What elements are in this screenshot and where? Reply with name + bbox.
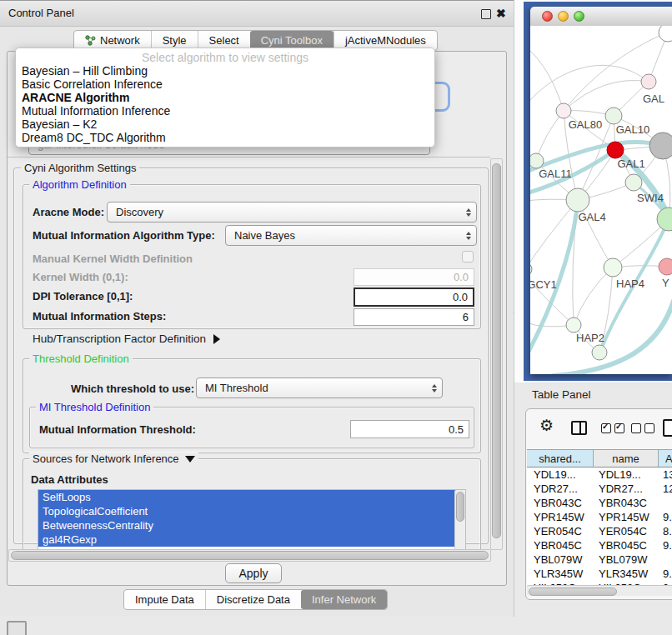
select-all-columns-icon[interactable] xyxy=(601,423,624,433)
mi-steps-label: Mutual Information Steps: xyxy=(33,310,166,322)
table-row[interactable]: YBR045CYBR045C9. xyxy=(527,538,672,552)
tab-cyni-toolbox-label: Cyni Toolbox xyxy=(261,34,323,47)
which-threshold-combobox[interactable]: MI Threshold xyxy=(196,378,443,398)
settings-vertical-scrollbar[interactable] xyxy=(490,158,503,550)
minimize-traffic-light-icon[interactable] xyxy=(558,11,569,22)
control-panel-title: Control Panel xyxy=(0,1,514,25)
dropdown-item[interactable]: Mutual Information Inference xyxy=(16,104,434,118)
network-window: GAL80 GAL10 GAL1 GAL11 SWI4 GAL4 GCY1 HA… xyxy=(530,7,672,374)
table-panel: ⚙ shared... name A YDL19...YDL19...13 YD… xyxy=(525,408,672,600)
data-attributes-list[interactable]: SelfLoops TopologicalCoefficient Between… xyxy=(38,489,466,549)
list-scrollbar[interactable] xyxy=(454,490,465,549)
mi-threshold-label: Mutual Information Threshold: xyxy=(39,423,196,436)
column-header-partial[interactable]: A xyxy=(659,449,672,468)
node-gal1-selected[interactable] xyxy=(607,142,624,158)
node-label: GAL10 xyxy=(616,123,649,136)
column-header-label: A xyxy=(665,452,672,465)
tab-impute-data[interactable]: Impute Data xyxy=(124,590,205,609)
mi-steps-value: 6 xyxy=(463,311,469,323)
dropdown-item[interactable]: Bayesian – K2 xyxy=(16,118,434,131)
network-canvas[interactable]: GAL80 GAL10 GAL1 GAL11 SWI4 GAL4 GCY1 HA… xyxy=(530,26,672,374)
node-green-right[interactable] xyxy=(657,208,672,231)
node-label: HAP4 xyxy=(616,278,644,290)
node-bottom[interactable] xyxy=(592,345,607,360)
control-panel-titlebar[interactable]: Control Panel ✖ xyxy=(0,0,514,27)
node-gal-partial[interactable] xyxy=(641,74,656,89)
list-item[interactable]: BetweennessCentrality xyxy=(38,518,458,532)
minimized-panel-icon[interactable] xyxy=(7,621,27,635)
dpi-tolerance-value: 0.0 xyxy=(453,291,468,303)
tab-discretize-data-label: Discretize Data xyxy=(217,593,290,606)
column-layout-icon[interactable] xyxy=(571,421,587,435)
apply-button[interactable]: Apply xyxy=(225,563,282,583)
close-icon[interactable]: ✖ xyxy=(496,8,506,18)
mi-threshold-field[interactable]: 0.5 xyxy=(350,420,469,438)
mi-algorithm-type-combobox[interactable]: Naive Bayes xyxy=(225,225,477,246)
node-gal4[interactable] xyxy=(566,188,589,212)
table-body[interactable]: YDL19...YDL19...13 YDR27...YDR27...12 YB… xyxy=(527,468,672,585)
network-icon xyxy=(85,35,96,46)
node-gal80[interactable] xyxy=(556,103,571,118)
node-hap2[interactable] xyxy=(566,318,581,332)
node-gray-hub[interactable] xyxy=(649,132,672,159)
settings-horizontal-scrollbar[interactable] xyxy=(8,549,491,562)
algorithm-dropdown-popup: Select algorithm to view settings Bayesi… xyxy=(15,48,435,148)
kernel-width-field[interactable]: 0.0 xyxy=(354,268,474,286)
dropdown-item[interactable]: Dream8 DC_TDC Algorithm xyxy=(16,131,434,144)
cell-name: YDL19... xyxy=(599,468,659,482)
mi-steps-field[interactable]: 6 xyxy=(354,308,474,326)
table-row[interactable]: YER054CYER054C8. xyxy=(527,524,672,538)
tab-infer-network[interactable]: Infer Network xyxy=(301,590,387,609)
cell-shared-name: YDL19... xyxy=(534,468,594,482)
tab-jactivemnodules-label: jActiveMNodules xyxy=(345,34,426,47)
table-horizontal-scrollbar[interactable] xyxy=(527,585,672,596)
cell-name: YLR345W xyxy=(599,567,659,581)
dropdown-item[interactable]: Bayesian – Hill Climbing xyxy=(16,64,434,78)
node-pink-right[interactable] xyxy=(659,258,672,275)
dropdown-item-highlighted[interactable]: ARACNE Algorithm xyxy=(16,91,434,104)
node-gal11[interactable] xyxy=(530,153,544,168)
cell-value: 13 xyxy=(663,468,672,482)
aracne-mode-combobox[interactable]: Discovery xyxy=(107,202,477,222)
manual-kernel-width-checkbox[interactable] xyxy=(462,251,474,262)
zoom-traffic-light-icon[interactable] xyxy=(574,11,584,22)
aracne-mode-label: Aracne Mode: xyxy=(33,206,104,218)
mi-threshold-definition-title: MI Threshold Definition xyxy=(36,401,153,413)
apply-button-label: Apply xyxy=(238,567,268,580)
table-row[interactable]: YPR145WYPR145W9. xyxy=(527,510,672,524)
cell-shared-name: YPR145W xyxy=(534,510,594,524)
node-gal10[interactable] xyxy=(605,108,622,124)
table-panel-title: Table Panel xyxy=(532,388,591,401)
tab-style-label: Style xyxy=(163,34,187,47)
dropdown-item[interactable]: Basic Correlation Inference xyxy=(16,78,434,91)
expander-arrow-icon xyxy=(213,334,220,344)
node-swi4[interactable] xyxy=(625,174,642,191)
table-row[interactable]: YBL079WYBL079W xyxy=(527,552,672,567)
network-window-titlebar[interactable] xyxy=(530,7,672,27)
close-traffic-light-icon[interactable] xyxy=(542,11,553,22)
export-table-icon[interactable] xyxy=(663,419,672,437)
hub-definition-expander[interactable]: Hub/Transcription Factor Definition xyxy=(33,332,220,345)
node-unlabeled[interactable] xyxy=(659,26,672,42)
float-window-icon[interactable] xyxy=(481,9,491,19)
dropdown-placeholder: Select algorithm to view settings xyxy=(16,51,434,64)
node-gcy1[interactable] xyxy=(530,262,532,276)
list-item[interactable]: gal4RGexp xyxy=(38,532,458,547)
dpi-tolerance-label: DPI Tolerance [0,1]: xyxy=(33,290,133,302)
column-header-name[interactable]: name xyxy=(594,449,659,468)
list-item[interactable]: TopologicalCoefficient xyxy=(38,504,458,518)
table-row[interactable]: YDR27...YDR27...12 xyxy=(527,482,672,496)
table-row[interactable]: YLR345WYLR345W9. xyxy=(527,567,672,581)
sources-title-row[interactable]: Sources for Network Inference xyxy=(29,452,198,465)
dpi-tolerance-field[interactable]: 0.0 xyxy=(354,288,474,307)
table-row[interactable]: YDL19...YDL19...13 xyxy=(527,468,672,482)
column-header-shared-name[interactable]: shared... xyxy=(527,449,594,468)
cyni-bottom-tabbar: Impute Data Discretize Data Infer Networ… xyxy=(123,589,388,610)
table-row[interactable]: YBR043CYBR043C xyxy=(527,496,672,510)
deselect-all-columns-icon[interactable] xyxy=(631,423,654,433)
tab-discretize-data[interactable]: Discretize Data xyxy=(205,590,301,609)
cell-shared-name: YLR345W xyxy=(534,567,594,581)
table-settings-gear-icon[interactable]: ⚙ xyxy=(539,418,554,433)
node-hap4[interactable] xyxy=(604,258,622,277)
list-item[interactable]: SelfLoops xyxy=(38,490,458,504)
